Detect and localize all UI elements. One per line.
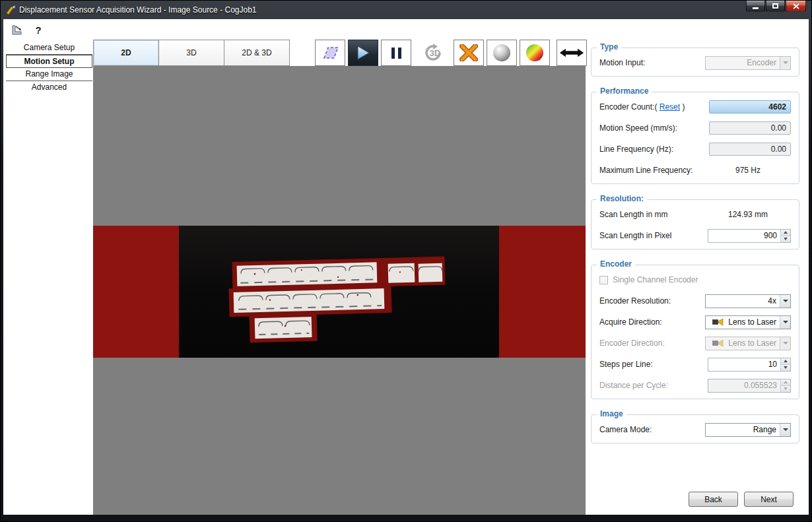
sidebar-item-camera-setup[interactable]: Camera Setup — [6, 42, 92, 55]
lens-to-laser-icon — [712, 318, 724, 326]
scan-length-pixel-stepper[interactable]: 900 — [708, 229, 791, 243]
tab-2d[interactable]: 2D — [93, 40, 159, 66]
encoder-count-field: 4602 — [709, 100, 791, 114]
help-button[interactable]: ? — [31, 23, 46, 36]
scan-length-pixel-row: Scan Length in Pixel 900 — [592, 225, 799, 246]
sidebar-item-motion-setup[interactable]: Motion Setup — [6, 55, 92, 68]
colormap-view-button[interactable] — [520, 40, 550, 66]
next-button[interactable]: Next — [744, 492, 794, 507]
max-line-frequency-value: 975 Hz — [705, 166, 791, 175]
scan-length-mm-row: Scan Length in mm 124.93 mm — [592, 204, 799, 225]
window-controls — [745, 1, 806, 12]
encoder-direction-row: Encoder Direction: Lens to Laser — [592, 333, 799, 354]
encoder-direction-label: Encoder Direction: — [599, 339, 705, 348]
maximize-button[interactable] — [766, 1, 785, 12]
window-title: Displacement Sensor Acquisition Wizard -… — [19, 5, 257, 15]
app-icon — [5, 5, 16, 15]
group-image: Image Camera Mode: Range — [591, 414, 799, 443]
content-area: ? Camera Setup Motion Setup Range Image … — [3, 19, 809, 515]
laser-sensor-icon — [11, 24, 24, 36]
tab-3d[interactable]: 3D — [158, 40, 224, 66]
help-icon: ? — [35, 24, 41, 36]
close-icon — [793, 3, 799, 9]
chevron-down-icon — [780, 337, 790, 350]
titlebar[interactable]: Displacement Sensor Acquisition Wizard -… — [1, 1, 811, 19]
encoder-count-label: Encoder Count:( Reset ) — [599, 102, 709, 112]
camera-mode-select[interactable]: Range — [705, 423, 791, 437]
steps-per-line-row: Steps per Line: 10 — [592, 354, 799, 375]
motion-speed-field: 0.00 — [709, 121, 791, 135]
colormap-sphere-icon — [526, 44, 543, 61]
pause-icon — [391, 48, 401, 59]
mini-toolbar: ? — [10, 23, 46, 36]
camera-mode-label: Camera Mode: — [599, 425, 705, 434]
fit-width-button[interactable] — [557, 40, 587, 66]
single-channel-checkbox — [599, 276, 608, 284]
encoder-resolution-label: Encoder Resolution: — [599, 296, 705, 306]
lens-to-laser-icon — [712, 339, 724, 347]
view-mode-tabs: 2D 3D 2D & 3D — [93, 40, 290, 66]
group-resolution: Resolution: Scan Length in mm 124.93 mm … — [591, 199, 799, 249]
distance-per-cycle-stepper: 0.055523 — [708, 379, 791, 393]
chevron-down-icon — [780, 57, 790, 69]
spin-down-button[interactable] — [781, 364, 790, 371]
maximize-icon — [772, 3, 778, 9]
acquire-direction-row: Acquire Direction: Lens to Laser — [592, 311, 799, 333]
group-type: Type Motion Input: Encoder — [591, 48, 799, 77]
horizontal-arrows-icon — [558, 46, 585, 59]
back-button[interactable]: Back — [689, 492, 738, 507]
close-button[interactable] — [786, 1, 806, 12]
line-frequency-row: Line Frequency (Hz): 0.00 — [592, 139, 799, 160]
group-performance: Performance Encoder Count:( Reset ) 4602… — [591, 92, 799, 184]
scan-length-mm-value: 124.93 mm — [705, 210, 791, 219]
range-image-scene — [93, 66, 586, 515]
region-select-button[interactable] — [315, 40, 345, 66]
sensor-tool-button[interactable] — [10, 23, 24, 36]
minimize-button[interactable] — [746, 1, 765, 12]
rotate-3d-button: 3D — [417, 40, 447, 66]
reset-link[interactable]: Reset — [660, 102, 680, 112]
minimize-icon — [753, 7, 759, 9]
sidebar-item-range-image[interactable]: Range Image — [6, 68, 92, 81]
spin-up-button[interactable] — [781, 230, 790, 236]
acquire-direction-select[interactable]: Lens to Laser — [705, 315, 791, 329]
group-resolution-heading: Resolution: — [597, 194, 647, 203]
motion-speed-label: Motion Speed (mm/s): — [599, 123, 709, 133]
play-button[interactable] — [348, 40, 378, 66]
group-performance-heading: Performance — [597, 86, 652, 96]
motion-input-label: Motion Input: — [599, 58, 705, 67]
line-frequency-field: 0.00 — [709, 143, 791, 156]
spin-down-button[interactable] — [781, 236, 790, 242]
cancel-x-icon — [459, 44, 478, 61]
distance-per-cycle-row: Distance per Cycle: 0.055523 — [592, 375, 799, 396]
steps-per-line-stepper[interactable]: 10 — [708, 358, 791, 372]
max-line-frequency-label: Maximum Line Frequency: — [599, 166, 705, 175]
encoder-resolution-row: Encoder Resolution: 4x — [592, 290, 799, 311]
grayscale-sphere-icon — [493, 44, 510, 61]
settings-panel: Type Motion Input: Encoder Performance E… — [591, 42, 799, 459]
spin-up-button[interactable] — [781, 358, 790, 364]
rotate-3d-label: 3D — [430, 48, 441, 58]
encoder-direction-select: Lens to Laser — [705, 337, 791, 350]
sidebar-item-advanced[interactable]: Advanced — [6, 81, 92, 94]
wizard-steps-sidebar: Camera Setup Motion Setup Range Image Ad… — [6, 42, 92, 94]
chevron-down-icon — [780, 316, 790, 329]
cancel-acquisition-button[interactable] — [454, 40, 484, 66]
group-encoder-heading: Encoder — [597, 259, 635, 269]
group-type-heading: Type — [597, 42, 621, 51]
spin-down-button — [781, 385, 790, 392]
single-channel-label: Single Channel Encoder — [613, 275, 791, 284]
play-icon — [356, 45, 370, 61]
encoder-resolution-select[interactable]: 4x — [705, 294, 791, 308]
motion-input-select: Encoder — [705, 56, 791, 70]
motion-speed-row: Motion Speed (mm/s): 0.00 — [592, 117, 799, 139]
region-icon — [320, 44, 341, 61]
spin-up-button — [781, 379, 790, 385]
range-image-viewport[interactable] — [93, 66, 586, 515]
pause-button[interactable] — [381, 40, 411, 66]
distance-per-cycle-label: Distance per Cycle: — [599, 381, 708, 390]
tab-2d-and-3d[interactable]: 2D & 3D — [224, 40, 290, 66]
line-frequency-label: Line Frequency (Hz): — [599, 145, 709, 154]
grayscale-view-button[interactable] — [487, 40, 517, 66]
group-encoder: Encoder Single Channel Encoder Encoder R… — [591, 265, 799, 399]
